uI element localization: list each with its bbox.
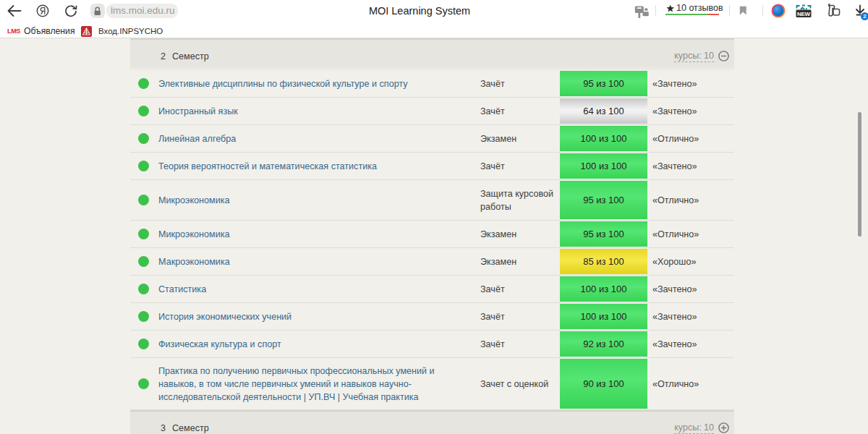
- svg-text:NEW: NEW: [797, 11, 811, 17]
